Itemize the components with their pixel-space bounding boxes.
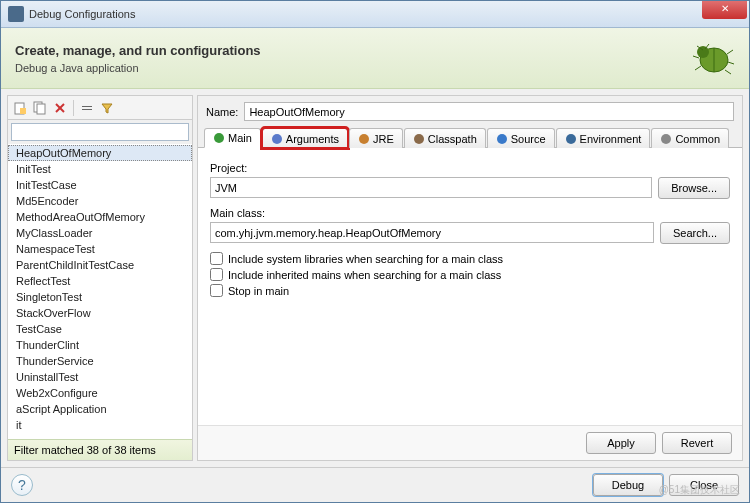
- tab-arguments[interactable]: Arguments: [262, 128, 348, 148]
- tree-item[interactable]: Web2xConfigure: [8, 385, 192, 401]
- collapse-icon[interactable]: [78, 99, 96, 117]
- svg-point-25: [661, 134, 671, 144]
- filter-status: Filter matched 38 of 38 items: [8, 439, 192, 460]
- tab-icon: [271, 133, 283, 145]
- svg-line-6: [693, 56, 699, 58]
- footer: ? Debug Close: [1, 467, 749, 502]
- search-button[interactable]: Search...: [660, 222, 730, 244]
- close-icon[interactable]: ✕: [702, 1, 747, 19]
- config-tree[interactable]: HeapOutOfMemoryInitTestInitTestCaseMd5En…: [8, 144, 192, 439]
- tab-icon: [565, 133, 577, 145]
- browse-button[interactable]: Browse...: [658, 177, 730, 199]
- svg-rect-18: [82, 109, 92, 110]
- tab-icon: [213, 132, 225, 144]
- mainclass-label: Main class:: [210, 207, 730, 219]
- svg-point-23: [497, 134, 507, 144]
- tree-item[interactable]: ThunderClint: [8, 337, 192, 353]
- tree-item[interactable]: InitTest: [8, 161, 192, 177]
- duplicate-icon[interactable]: [31, 99, 49, 117]
- tab-icon: [358, 133, 370, 145]
- tree-item[interactable]: aScript Application: [8, 401, 192, 417]
- svg-line-7: [695, 66, 701, 70]
- tree-item[interactable]: UninstallTest: [8, 369, 192, 385]
- tree-item[interactable]: InitTestCase: [8, 177, 192, 193]
- svg-point-20: [272, 134, 282, 144]
- tree-item[interactable]: ThunderService: [8, 353, 192, 369]
- tab-environment[interactable]: Environment: [556, 128, 651, 148]
- svg-rect-12: [20, 108, 26, 114]
- dialog-window: Debug Configurations ✕ Create, manage, a…: [0, 0, 750, 503]
- tree-item[interactable]: MethodAreaOutOfMemory: [8, 209, 192, 225]
- left-panel: HeapOutOfMemoryInitTestInitTestCaseMd5En…: [7, 95, 193, 461]
- new-config-icon[interactable]: [11, 99, 29, 117]
- svg-line-8: [727, 50, 733, 54]
- debug-button[interactable]: Debug: [593, 474, 663, 496]
- tab-common[interactable]: Common: [651, 128, 729, 148]
- filter-icon[interactable]: [98, 99, 116, 117]
- tab-jre[interactable]: JRE: [349, 128, 403, 148]
- left-toolbar: [8, 96, 192, 120]
- project-input[interactable]: [210, 177, 652, 198]
- right-panel: Name: MainArgumentsJREClasspathSourceEnv…: [197, 95, 743, 461]
- tab-source[interactable]: Source: [487, 128, 555, 148]
- tree-item[interactable]: ReflectTest: [8, 273, 192, 289]
- project-label: Project:: [210, 162, 730, 174]
- svg-point-22: [414, 134, 424, 144]
- svg-point-19: [214, 133, 224, 143]
- main-tab-panel: Project: Browse... Main class: Search...…: [198, 148, 742, 425]
- name-input[interactable]: [244, 102, 734, 121]
- header-title: Create, manage, and run configurations: [15, 43, 261, 58]
- tab-icon: [496, 133, 508, 145]
- tree-item[interactable]: StackOverFlow: [8, 305, 192, 321]
- revert-button[interactable]: Revert: [662, 432, 732, 454]
- tree-item[interactable]: NamespaceTest: [8, 241, 192, 257]
- bug-icon: [687, 38, 735, 78]
- window-title: Debug Configurations: [29, 8, 702, 20]
- header-subtitle: Debug a Java application: [15, 62, 261, 74]
- tab-classpath[interactable]: Classpath: [404, 128, 486, 148]
- help-icon[interactable]: ?: [11, 474, 33, 496]
- checkbox-stop-in-main[interactable]: Stop in main: [210, 284, 730, 297]
- svg-line-10: [725, 70, 731, 74]
- tree-item[interactable]: HeapOutOfMemory: [8, 145, 192, 161]
- tab-bar: MainArgumentsJREClasspathSourceEnvironme…: [198, 127, 742, 148]
- app-icon: [8, 6, 24, 22]
- name-label: Name:: [206, 106, 238, 118]
- apply-button[interactable]: Apply: [586, 432, 656, 454]
- header-banner: Create, manage, and run configurations D…: [1, 28, 749, 89]
- tree-item[interactable]: MyClassLoader: [8, 225, 192, 241]
- tab-icon: [660, 133, 672, 145]
- tree-item[interactable]: TestCase: [8, 321, 192, 337]
- mainclass-input[interactable]: [210, 222, 654, 243]
- content-area: HeapOutOfMemoryInitTestInitTestCaseMd5En…: [1, 89, 749, 467]
- tree-item[interactable]: Md5Encoder: [8, 193, 192, 209]
- tree-item[interactable]: ParentChildInitTestCase: [8, 257, 192, 273]
- tab-icon: [413, 133, 425, 145]
- checkbox-system-libs[interactable]: Include system libraries when searching …: [210, 252, 730, 265]
- watermark: @51集团技术社区: [659, 483, 740, 497]
- tree-item[interactable]: SingletonTest: [8, 289, 192, 305]
- tab-main[interactable]: Main: [204, 128, 261, 148]
- checkbox-inherited-mains[interactable]: Include inherited mains when searching f…: [210, 268, 730, 281]
- svg-rect-14: [37, 104, 45, 114]
- filter-input[interactable]: [11, 123, 189, 141]
- svg-rect-17: [82, 106, 92, 107]
- svg-point-24: [566, 134, 576, 144]
- delete-icon[interactable]: [51, 99, 69, 117]
- tree-item[interactable]: it: [8, 417, 192, 433]
- svg-point-21: [359, 134, 369, 144]
- svg-line-9: [728, 62, 734, 64]
- titlebar[interactable]: Debug Configurations ✕: [1, 1, 749, 28]
